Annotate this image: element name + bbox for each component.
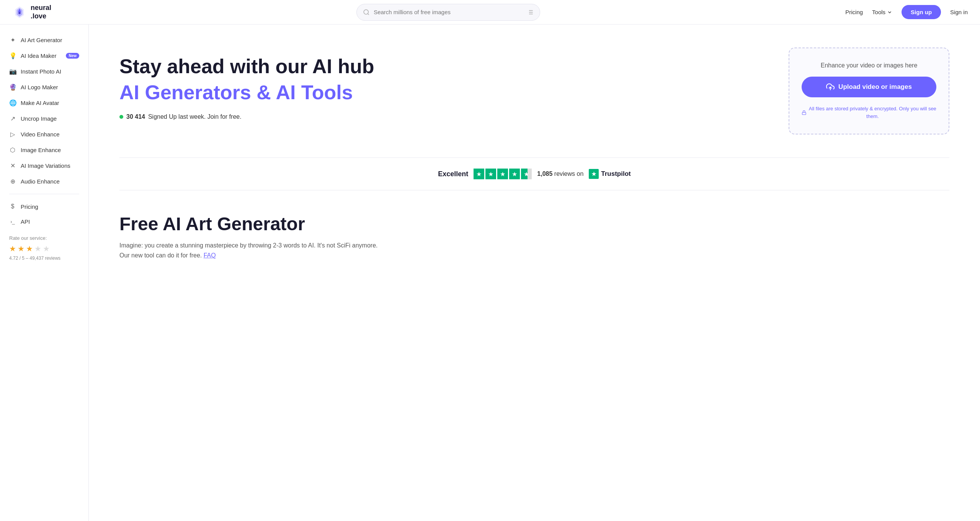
sidebar-item-ai-image-variations[interactable]: ✕ AI Image Variations [0, 158, 88, 174]
sidebar-item-api[interactable]: ›_ API [0, 214, 88, 229]
star-1[interactable]: ★ [9, 244, 16, 253]
tp-star-4: ★ [509, 169, 520, 179]
chevron-down-icon [887, 10, 892, 15]
hero-title-dark: Stay ahead with our AI hub [119, 55, 773, 78]
lock-icon [802, 110, 807, 115]
uncrop-icon: ↗ [9, 115, 16, 122]
tp-star-1: ★ [474, 169, 484, 179]
logo[interactable]: neural .love [12, 4, 51, 20]
sidebar-item-label: AI Idea Maker [21, 52, 61, 59]
upload-button[interactable]: Upload video or images [802, 77, 936, 97]
pricing-nav-link[interactable]: Pricing [845, 9, 863, 15]
svg-point-1 [364, 10, 368, 14]
logo-maker-icon: 🔮 [9, 84, 16, 91]
sidebar-item-label: Make AI Avatar [21, 100, 79, 106]
sidebar-divider [9, 194, 79, 194]
section-title: Free AI Art Generator [119, 213, 949, 234]
sidebar-item-label: Instant Photo AI [21, 68, 79, 75]
upload-card-title: Enhance your video or images here [802, 62, 936, 69]
green-dot [119, 115, 123, 119]
search-input[interactable] [374, 9, 523, 15]
star-2[interactable]: ★ [18, 244, 24, 253]
sidebar-item-video-enhance[interactable]: ▷ Video Enhance [0, 126, 88, 142]
hero-title-purple: AI Generators & AI Tools [119, 81, 773, 104]
star-4[interactable]: ★ [34, 244, 41, 253]
star-5[interactable]: ★ [43, 244, 50, 253]
free-ai-section: Free AI Art Generator Imagine: you creat… [119, 213, 949, 260]
sidebar: ✦ AI Art Generator 💡 AI Idea Maker New 📷… [0, 25, 89, 521]
trustpilot-logo[interactable]: ★ Trustpilot [589, 169, 630, 179]
tp-star-5: ★ [521, 169, 532, 179]
sidebar-item-uncrop-image[interactable]: ↗ Uncrop Image [0, 111, 88, 126]
sidebar-item-ai-idea-maker[interactable]: 💡 AI Idea Maker New [0, 48, 88, 64]
rate-section: Rate our service: ★ ★ ★ ★ ★ 4.72 / 5 – 4… [0, 229, 88, 264]
sidebar-item-make-ai-avatar[interactable]: 🌐 Make AI Avatar [0, 95, 88, 111]
hero-badge-text: Signed Up last week. Join for free. [148, 113, 242, 120]
trustpilot-excellent: Excellent [438, 170, 468, 178]
sidebar-item-instant-photo-ai[interactable]: 📷 Instant Photo AI [0, 64, 88, 79]
sidebar-item-label: AI Image Variations [21, 162, 79, 169]
tp-star-2: ★ [485, 169, 496, 179]
sidebar-item-label: API [21, 218, 79, 225]
sidebar-item-label: Uncrop Image [21, 115, 79, 122]
stars-container: ★ ★ ★ ★ ★ [9, 244, 79, 253]
image-enhance-icon: ⬡ [9, 146, 16, 154]
audio-enhance-icon: ⊕ [9, 178, 16, 185]
image-variations-icon: ✕ [9, 162, 16, 169]
upload-icon [826, 83, 835, 91]
avatar-icon: 🌐 [9, 99, 16, 106]
sidebar-item-label: Pricing [21, 203, 79, 210]
sidebar-item-label: Audio Enhance [21, 178, 79, 185]
pricing-icon: $ [9, 203, 16, 210]
sidebar-item-label: Image Enhance [21, 147, 79, 153]
section-desc: Imagine: you create a stunning masterpie… [119, 241, 387, 260]
instant-photo-icon: 📷 [9, 68, 16, 75]
tools-dropdown[interactable]: Tools [872, 9, 892, 15]
sidebar-item-label: AI Logo Maker [21, 84, 79, 90]
section-desc-text: Imagine: you create a stunning masterpie… [119, 242, 378, 259]
trustpilot-reviews: 1,085 reviews on [537, 170, 583, 177]
header: neural .love Pricing Tools Sign up Sign … [0, 0, 980, 25]
rate-label: Rate our service: [9, 235, 79, 241]
svg-point-0 [18, 12, 21, 14]
search-bar [356, 4, 540, 21]
sidebar-item-label: AI Art Generator [21, 37, 79, 43]
sidebar-item-label: Video Enhance [21, 131, 79, 138]
upload-card: Enhance your video or images here Upload… [789, 48, 949, 134]
trustpilot-icon: ★ [589, 169, 599, 179]
sidebar-item-audio-enhance[interactable]: ⊕ Audio Enhance [0, 174, 88, 189]
hero-badge: 30 414 Signed Up last week. Join for fre… [119, 113, 773, 120]
signup-button[interactable]: Sign up [902, 5, 941, 19]
rate-score: 4.72 / 5 – 49,437 reviews [9, 256, 79, 261]
hero-badge-count: 30 414 [126, 113, 145, 120]
upload-privacy: All files are stored privately & encrypt… [802, 105, 936, 120]
app-layout: ✦ AI Art Generator 💡 AI Idea Maker New 📷… [0, 0, 980, 521]
tp-star-3: ★ [497, 169, 508, 179]
hero-text: Stay ahead with our AI hub AI Generators… [119, 48, 773, 120]
logo-text: neural .love [31, 4, 51, 20]
new-badge: New [66, 53, 79, 59]
header-nav: Pricing Tools Sign up Sign in [845, 5, 968, 19]
filter-icon[interactable] [527, 9, 534, 16]
star-3[interactable]: ★ [26, 244, 33, 253]
art-generator-icon: ✦ [9, 36, 16, 44]
video-enhance-icon: ▷ [9, 131, 16, 138]
signin-link[interactable]: Sign in [950, 9, 968, 15]
sidebar-item-pricing[interactable]: $ Pricing [0, 199, 88, 214]
svg-rect-9 [802, 112, 806, 115]
hero-section: Stay ahead with our AI hub AI Generators… [119, 48, 949, 134]
main-content: Stay ahead with our AI hub AI Generators… [89, 25, 980, 521]
search-icon [363, 9, 370, 16]
trustpilot-section: Excellent ★ ★ ★ ★ ★ 1,085 reviews on ★ T… [119, 157, 949, 190]
sidebar-item-ai-logo-maker[interactable]: 🔮 AI Logo Maker [0, 79, 88, 95]
faq-link[interactable]: FAQ [204, 252, 216, 259]
sidebar-item-ai-art-generator[interactable]: ✦ AI Art Generator [0, 32, 88, 48]
sidebar-item-image-enhance[interactable]: ⬡ Image Enhance [0, 142, 88, 158]
api-icon: ›_ [9, 219, 16, 224]
trustpilot-stars: ★ ★ ★ ★ ★ [474, 169, 532, 179]
idea-maker-icon: 💡 [9, 52, 16, 59]
